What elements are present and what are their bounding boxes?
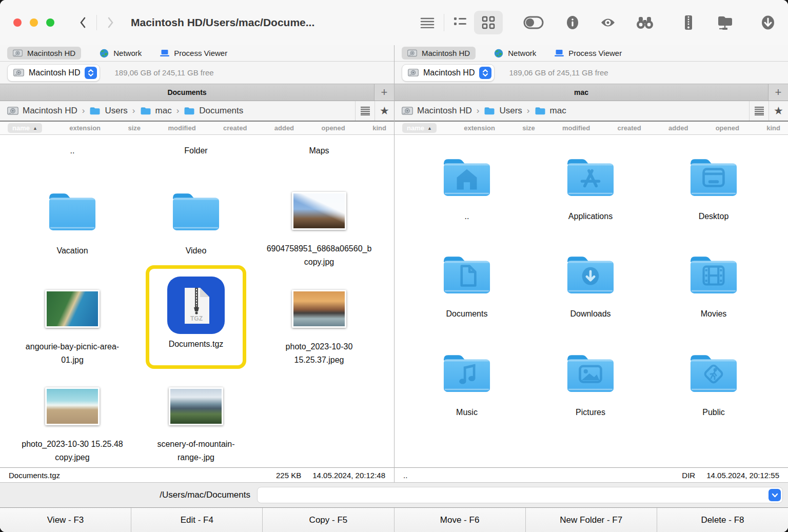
photo-thumbnail <box>292 192 346 230</box>
tab-label: Network <box>113 49 142 57</box>
status-file-date: 14.05.2024, 20:12:55 <box>706 471 779 480</box>
column-modified[interactable]: modified <box>562 124 590 132</box>
info-icon[interactable] <box>566 15 579 30</box>
function-key-bar: View - F3 Edit - F4 Copy - F5 Move - F6 … <box>0 507 788 532</box>
tab-label: Network <box>508 49 536 57</box>
left-tab-network[interactable]: Network <box>100 49 142 58</box>
column-extension[interactable]: extension <box>69 124 101 132</box>
copy-f5-button[interactable]: Copy - F5 <box>262 508 393 532</box>
folder-tile-desktop[interactable]: Desktop <box>657 154 770 223</box>
breadcrumb-label: Macintosh HD <box>23 106 77 116</box>
favorites-star-icon[interactable]: ★ <box>375 101 394 121</box>
path-menu-icon[interactable] <box>355 101 375 121</box>
left-tab-process-viewer[interactable]: Process Viewer <box>160 49 227 57</box>
search-binoculars-icon[interactable] <box>636 16 654 29</box>
folder-tile-up[interactable]: .. <box>410 154 523 223</box>
archive-icon[interactable] <box>682 15 695 30</box>
edit-f4-button[interactable]: Edit - F4 <box>131 508 262 532</box>
folder-tile-downloads[interactable]: Downloads <box>534 252 647 321</box>
left-tab-bar: Macintosh HD Network Process Viewer <box>0 45 394 62</box>
network-folder-icon[interactable] <box>716 15 733 30</box>
breadcrumb-item-documents[interactable]: Documents <box>184 106 243 116</box>
right-add-tab-button[interactable]: + <box>768 84 788 101</box>
left-drive-selector[interactable]: Macintosh HD <box>7 64 100 82</box>
drive-stepper-icon[interactable] <box>479 67 491 79</box>
file-tile-vacation[interactable]: Vacation <box>16 189 129 258</box>
back-icon[interactable] <box>79 16 86 29</box>
favorites-star-icon[interactable]: ★ <box>769 101 788 121</box>
right-tab-network[interactable]: Network <box>494 49 536 58</box>
laptop-icon <box>160 49 169 57</box>
command-history-chevron-icon[interactable] <box>769 489 781 501</box>
breadcrumb-item-mac[interactable]: mac <box>535 106 566 116</box>
left-add-tab-button[interactable]: + <box>374 84 394 101</box>
file-tile-documents-tgz-selected[interactable]: TGZ Documents.tgz <box>146 265 246 369</box>
column-name-sorted[interactable]: name▲ <box>8 123 42 133</box>
column-opened[interactable]: opened <box>716 124 739 132</box>
grid-view-button[interactable] <box>474 11 503 34</box>
column-size[interactable]: size <box>522 124 535 132</box>
close-button[interactable] <box>13 18 22 27</box>
drive-stepper-icon[interactable] <box>85 67 97 79</box>
download-icon[interactable] <box>761 15 775 30</box>
right-tab-macintosh-hd[interactable]: Macintosh HD <box>402 47 476 60</box>
folder-tile-music[interactable]: Music <box>410 350 523 419</box>
column-modified[interactable]: modified <box>168 124 195 132</box>
folder-tile-movies[interactable]: Movies <box>657 252 770 321</box>
globe-icon <box>100 49 109 58</box>
file-tile-angourie-bay[interactable]: angourie-bay-picnic-area-01.jpg <box>16 290 129 367</box>
photo-thumbnail <box>45 290 100 328</box>
minimize-button[interactable] <box>30 18 38 27</box>
path-menu-icon[interactable] <box>749 101 769 121</box>
movies-folder-icon <box>687 252 740 296</box>
breadcrumb-item-users[interactable]: Users <box>484 106 522 116</box>
delete-f8-button[interactable]: Delete - F8 <box>657 508 788 532</box>
column-added[interactable]: added <box>274 124 294 132</box>
view-f3-button[interactable]: View - F3 <box>0 508 131 532</box>
column-extension[interactable]: extension <box>464 124 495 132</box>
eye-icon[interactable] <box>600 17 616 28</box>
folder-tile-pictures[interactable]: Pictures <box>534 350 647 419</box>
command-input[interactable] <box>257 487 783 503</box>
folder-tile-documents[interactable]: Documents <box>410 252 523 321</box>
file-tile-photo-152548[interactable]: photo_2023-10-30 15.25.48 copy.jpeg <box>16 387 129 464</box>
list-view-icon[interactable] <box>454 16 467 29</box>
column-created[interactable]: created <box>223 124 247 132</box>
file-tile-up[interactable]: .. <box>16 144 129 157</box>
file-manager-window: Macintosh HD/Users/mac/Docume... <box>0 0 788 532</box>
folder-tile-applications[interactable]: Applications <box>534 154 647 223</box>
file-tile-video[interactable]: Video <box>140 189 252 258</box>
free-space-text: 189,06 GB of 245,11 GB free <box>114 68 213 77</box>
breadcrumb-item-root[interactable]: Macintosh HD <box>402 106 472 116</box>
file-tile-scenery[interactable]: scenery-of-mountain-range-.jpg <box>140 387 252 464</box>
column-added[interactable]: added <box>668 124 688 132</box>
file-tile-folder[interactable]: Folder <box>140 144 252 157</box>
command-path-label: /Users/mac/Documents <box>5 490 257 500</box>
menu-icon[interactable] <box>420 17 435 28</box>
file-tile-photo-152537[interactable]: photo_2023-10-30 15.25.37.jpeg <box>263 290 376 367</box>
toggle-icon[interactable] <box>523 16 544 29</box>
status-file-size: 225 KB <box>276 471 301 480</box>
forward-icon[interactable] <box>107 16 114 29</box>
breadcrumb-item-mac[interactable]: mac <box>140 106 172 116</box>
column-size[interactable]: size <box>128 124 141 132</box>
nav-controls <box>79 15 114 30</box>
column-kind[interactable]: kind <box>766 124 780 132</box>
zoom-button[interactable] <box>46 18 54 27</box>
column-name-sorted[interactable]: name▲ <box>402 123 437 133</box>
right-drive-selector[interactable]: Macintosh HD <box>402 64 495 82</box>
file-tile-maps[interactable]: Maps <box>263 144 376 157</box>
left-tab-macintosh-hd[interactable]: Macintosh HD <box>7 47 81 60</box>
folder-tile-public[interactable]: Public <box>657 350 770 419</box>
tab-label: Macintosh HD <box>27 49 75 57</box>
hard-drive-icon <box>407 49 417 57</box>
breadcrumb-item-users[interactable]: Users <box>89 106 127 116</box>
new-folder-f7-button[interactable]: New Folder - F7 <box>525 508 657 532</box>
file-tile-6904758951[interactable]: 6904758951_6868a06560_b copy.jpg <box>263 192 376 269</box>
column-opened[interactable]: opened <box>322 124 345 132</box>
column-created[interactable]: created <box>618 124 641 132</box>
move-f6-button[interactable]: Move - F6 <box>394 508 525 532</box>
right-tab-process-viewer[interactable]: Process Viewer <box>555 49 622 57</box>
breadcrumb-item-root[interactable]: Macintosh HD <box>7 106 77 116</box>
column-kind[interactable]: kind <box>372 124 386 132</box>
